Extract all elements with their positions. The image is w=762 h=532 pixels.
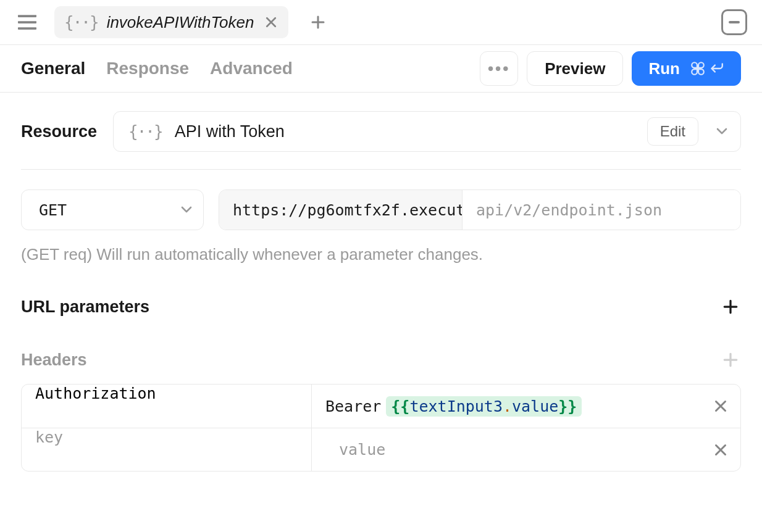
header-value-prefix: Bearer — [325, 397, 381, 415]
http-method-select[interactable]: GET — [21, 189, 204, 230]
header-key-input[interactable] — [22, 428, 311, 446]
add-header-button[interactable] — [720, 349, 741, 370]
query-form: Resource API with Token Edit GET https:/… — [0, 93, 762, 472]
tab-label: invokeAPIWithToken — [107, 13, 254, 32]
headers-title: Headers — [21, 351, 87, 370]
tab-response[interactable]: Response — [106, 59, 189, 78]
menu-icon[interactable] — [15, 10, 40, 35]
run-shortcut — [690, 60, 724, 77]
more-menu-button[interactable]: ••• — [480, 51, 518, 86]
table-row: Bearer {{ textInput3.value }} — [22, 384, 740, 428]
headers-table: Bearer {{ textInput3.value }} — [21, 384, 741, 472]
resource-label: Resource — [21, 122, 97, 141]
delete-row-button[interactable] — [710, 395, 732, 417]
chevron-down-icon[interactable] — [711, 128, 733, 135]
tab-advanced[interactable]: Advanced — [210, 59, 293, 78]
preview-button[interactable]: Preview — [527, 51, 623, 86]
header-key-cell[interactable] — [22, 428, 312, 471]
template-expression: {{ textInput3.value }} — [386, 396, 582, 417]
command-icon — [690, 60, 706, 77]
table-row — [22, 428, 740, 471]
close-icon[interactable] — [262, 14, 280, 31]
toolbar: General Response Advanced ••• Preview Ru… — [0, 44, 762, 93]
add-url-param-button[interactable] — [720, 296, 741, 317]
header-value-cell[interactable]: Bearer {{ textInput3.value }} — [312, 384, 740, 428]
resource-name: API with Token — [175, 122, 635, 141]
header-value-input[interactable] — [325, 441, 703, 459]
url-params-title: URL parameters — [21, 297, 149, 317]
http-method-value: GET — [39, 201, 181, 219]
tab-general[interactable]: General — [21, 59, 85, 78]
chevron-down-icon — [181, 206, 192, 214]
url-base: https://pg6omtfx2f.execute — [219, 190, 463, 230]
request-hint: (GET req) Will run automatically wheneve… — [21, 245, 741, 264]
header-value-input[interactable]: Bearer {{ textInput3.value }} — [325, 396, 703, 417]
header-key-input[interactable] — [22, 384, 311, 402]
tab-strip: invokeAPIWithToken — [0, 0, 762, 44]
url-path-input[interactable] — [463, 190, 740, 230]
delete-row-button[interactable] — [710, 439, 732, 461]
collapse-panel-button[interactable] — [721, 9, 747, 35]
request-row: GET https://pg6omtfx2f.execute — [21, 189, 741, 230]
header-key-cell[interactable] — [22, 384, 312, 428]
url-params-header: URL parameters — [21, 296, 741, 317]
run-button[interactable]: Run — [632, 51, 741, 86]
edit-resource-button[interactable]: Edit — [647, 117, 698, 146]
resource-row: Resource API with Token Edit — [21, 111, 741, 170]
braces-icon — [128, 123, 162, 139]
resource-select[interactable]: API with Token Edit — [113, 111, 741, 152]
new-tab-button[interactable] — [303, 7, 333, 37]
tab-invokeapiwithtoken[interactable]: invokeAPIWithToken — [54, 6, 288, 38]
enter-icon — [708, 60, 724, 77]
header-value-cell[interactable] — [312, 428, 740, 471]
url-box: https://pg6omtfx2f.execute — [219, 189, 741, 230]
run-button-label: Run — [648, 59, 680, 78]
headers-header: Headers — [21, 349, 741, 370]
braces-icon — [64, 14, 98, 30]
panel-tabs: General Response Advanced — [21, 59, 293, 78]
